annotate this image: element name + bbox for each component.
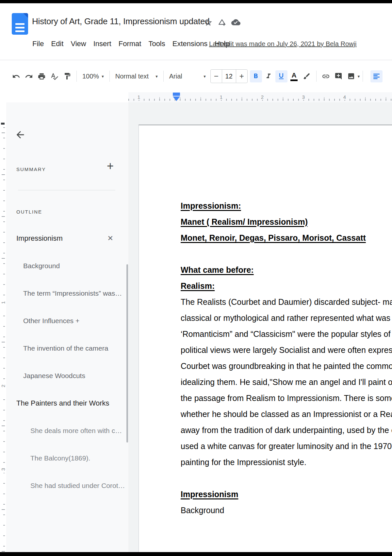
doc-line: the passage from Realism to Impressionis…: [181, 390, 392, 406]
outline-item-label: Other Influences +: [23, 317, 79, 325]
outline-list: Impressionism ✕ Background ✕ The term “I…: [6, 225, 128, 499]
toolbar-divider: [363, 71, 363, 82]
add-comment-button[interactable]: [333, 70, 345, 82]
paint-format-button[interactable]: [61, 70, 73, 82]
outline-item[interactable]: She had studied under Corot… ✕: [6, 472, 128, 499]
document-title[interactable]: History of Art, Grade 11, Impressionism …: [32, 16, 210, 26]
document-page[interactable]: Impressionism:Manet ( Realism/ Impressio…: [139, 125, 392, 556]
highlight-color-button[interactable]: [301, 70, 313, 82]
docs-icon-line: [15, 23, 24, 25]
undo-icon: [12, 72, 20, 80]
doc-line: idealizing them. He said,"Show me an ang…: [181, 374, 392, 390]
doc-line: What came before:: [181, 262, 392, 278]
indent-marker[interactable]: [173, 93, 180, 101]
italic-button[interactable]: [263, 70, 275, 82]
insert-image-icon: [347, 72, 355, 80]
outline-item[interactable]: Background ✕: [6, 252, 128, 280]
close-outline-button[interactable]: [13, 128, 27, 143]
insert-link-button[interactable]: [320, 70, 332, 82]
zoom-select[interactable]: 100% ▾: [80, 73, 106, 80]
menu-edit[interactable]: Edit: [47, 39, 67, 49]
outline-item-label: The term “Impressionists” was…: [23, 289, 122, 297]
font-size-increase-button[interactable]: +: [236, 70, 247, 83]
outline-item-label: The invention of the camera: [23, 344, 108, 352]
align-left-icon: [372, 72, 381, 80]
dropdown-icon: ▾: [102, 74, 104, 78]
sidebar-scrollbar[interactable]: [126, 264, 128, 443]
menu-file[interactable]: File: [29, 39, 47, 49]
spell-check-button[interactable]: [48, 70, 60, 82]
outline-item[interactable]: The term “Impressionists” was… ✕: [6, 280, 128, 307]
redo-icon: [25, 72, 33, 80]
underline-button[interactable]: [275, 70, 287, 82]
menu-insert[interactable]: Insert: [90, 39, 115, 49]
horizontal-ruler[interactable]: 1 1 2 3 4: [128, 92, 392, 103]
text-color-button[interactable]: A: [288, 70, 300, 82]
add-summary-button[interactable]: +: [105, 160, 116, 172]
first-line-indent-marker[interactable]: [173, 93, 180, 96]
outline-item[interactable]: Other Influences + ✕: [6, 307, 128, 335]
redo-button[interactable]: [23, 70, 35, 82]
align-left-button[interactable]: [370, 70, 383, 82]
add-comment-icon: [335, 72, 342, 80]
paragraph-style-select[interactable]: Normal text ▾: [113, 73, 160, 80]
doc-line: Realism:: [181, 278, 392, 294]
text-color-swatch: [290, 79, 298, 81]
font-size-decrease-button[interactable]: −: [211, 70, 222, 83]
highlight-color-icon: [303, 72, 311, 80]
font-size-value[interactable]: 12: [222, 70, 236, 83]
outline-item[interactable]: Japanese Woodcuts ✕: [6, 362, 128, 390]
print-icon: [38, 72, 46, 80]
toolbar-divider: [316, 71, 317, 82]
spell-check-icon: [50, 72, 58, 80]
docs-file-icon[interactable]: [12, 13, 28, 35]
menu-bar: File Edit View Insert Format Tools Exten…: [29, 39, 233, 49]
insert-link-icon: [322, 72, 330, 80]
summary-label: SUMMARY: [16, 166, 46, 172]
document-status-icon[interactable]: [231, 18, 240, 27]
doc-line: Background: [181, 502, 392, 518]
left-indent-marker[interactable]: [173, 96, 180, 101]
docs-icon-line: [15, 27, 24, 28]
last-edit-link[interactable]: Last edit was made on July 26, 2021 by B…: [209, 40, 356, 48]
ruler-number: 3: [300, 94, 307, 100]
insert-image-button[interactable]: [345, 70, 357, 82]
undo-button[interactable]: [10, 70, 22, 82]
outline-item-label: Background: [23, 262, 60, 270]
paint-format-icon: [63, 72, 71, 80]
toolbar-divider: [163, 71, 164, 82]
print-button[interactable]: [36, 70, 48, 82]
doc-line: Courbet was groundbreaking in that he pa…: [181, 358, 392, 374]
outline-item[interactable]: The Painters and their Works ✕: [6, 390, 128, 417]
vertical-ruler[interactable]: 1 2 3: [0, 102, 7, 552]
bold-button[interactable]: [250, 70, 262, 82]
outline-item[interactable]: The Balcony(1869). ✕: [6, 444, 128, 472]
outline-item[interactable]: Impressionism ✕: [6, 225, 128, 252]
add-shortcut-drive-icon[interactable]: [218, 18, 226, 27]
menu-tools[interactable]: Tools: [145, 39, 169, 49]
close-icon[interactable]: ✕: [106, 225, 115, 252]
bold-icon: [252, 72, 260, 80]
doc-line: ‘Romanticism” and “Classicism" were the …: [181, 326, 392, 342]
ruler-number: 1: [0, 299, 6, 306]
menu-extensions[interactable]: Extensions: [169, 39, 211, 49]
outline-item[interactable]: The invention of the camera ✕: [6, 335, 128, 362]
top-margin-marker[interactable]: [1, 123, 5, 125]
doc-line: Impressionism:: [181, 198, 392, 214]
letterbox-top: [0, 0, 392, 3]
sidebar-divider: [18, 190, 115, 190]
insert-image-control: ▾: [345, 70, 360, 82]
dropdown-icon: ▾: [155, 74, 158, 78]
font-select[interactable]: Arial ▾: [167, 73, 208, 80]
doc-line: whether he should be classed as an Impre…: [181, 406, 392, 422]
star-icon[interactable]: [204, 18, 213, 27]
doc-line: political views were largely Socialist a…: [181, 342, 392, 358]
text-color-icon: A: [292, 72, 297, 78]
doc-line: [181, 470, 392, 486]
menu-format[interactable]: Format: [115, 39, 145, 49]
paragraph-style-value: Normal text: [115, 73, 149, 80]
ruler-number: 1: [135, 94, 143, 100]
dropdown-icon[interactable]: ▾: [358, 74, 360, 78]
menu-view[interactable]: View: [67, 39, 90, 49]
outline-item[interactable]: She deals more often with c… ✕: [6, 417, 128, 444]
